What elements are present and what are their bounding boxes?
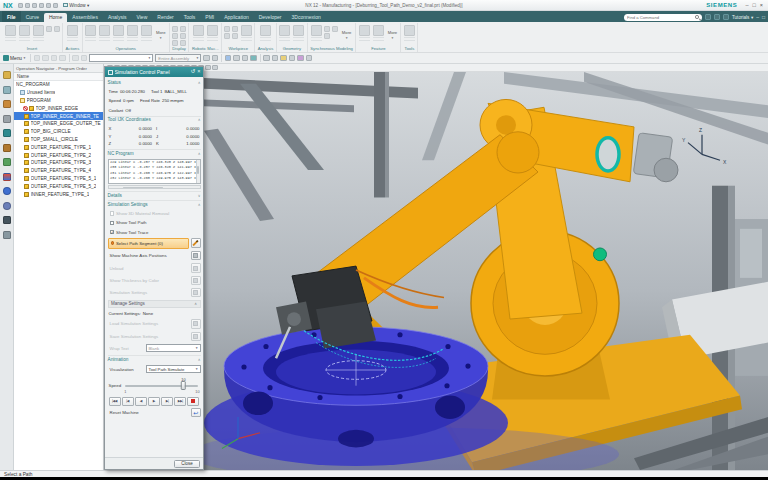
tab-analysis[interactable]: Analysis xyxy=(103,13,132,23)
command-search[interactable] xyxy=(624,14,702,21)
select-edge-icon[interactable] xyxy=(51,55,58,62)
panel-title-bar[interactable]: Simulation Control Panel ↺ × xyxy=(105,67,203,77)
show-tool-trace-checkbox[interactable]: ✓ Show Tool Trace xyxy=(108,228,201,236)
tree-item-operation[interactable]: OUTER_FEATURE_TYPE_2 xyxy=(14,151,103,159)
layer-settings-icon[interactable] xyxy=(306,55,313,62)
tree-item-operation[interactable]: TOP_SMALL_CIRCLE xyxy=(14,136,103,144)
feature-more-button[interactable]: More ▾ xyxy=(386,24,399,45)
tab-view[interactable]: View xyxy=(132,13,153,23)
select-icon[interactable] xyxy=(34,55,41,62)
tab-home[interactable]: Home xyxy=(44,13,67,23)
load-settings-row[interactable]: Load Simulation Settings xyxy=(108,319,201,330)
zoom-icon[interactable] xyxy=(233,55,240,62)
machine-tool-navigator-icon[interactable] xyxy=(3,144,11,152)
reset-machine-row[interactable]: Reset Machine ↩ xyxy=(108,407,201,418)
window-layout-icon[interactable] xyxy=(289,55,296,62)
tree-item-operation[interactable]: INNER_FEATURE_TYPE_1 xyxy=(14,190,103,198)
process-studio-icon[interactable] xyxy=(3,158,11,166)
step-forward-button[interactable]: ▶| xyxy=(161,397,173,406)
copy-icon[interactable] xyxy=(46,3,51,8)
select-path-segment-icon[interactable] xyxy=(191,238,201,248)
move-face-button[interactable] xyxy=(310,24,323,45)
highlight-icon[interactable] xyxy=(203,55,210,62)
hd3d-tools-icon[interactable] xyxy=(3,173,11,181)
show-hide-view-icon[interactable] xyxy=(205,65,211,71)
simulation-settings-row[interactable]: Simulation Settings xyxy=(108,287,201,298)
trimetric-view-icon[interactable] xyxy=(263,55,270,62)
rendering-style-icon[interactable] xyxy=(280,55,287,62)
show-workpiece-button[interactable] xyxy=(240,24,253,45)
tree-item-operation[interactable]: OUTER_FEATURE_TYPE_5_1 xyxy=(14,175,103,183)
cut-icon[interactable] xyxy=(39,3,44,8)
point-button[interactable] xyxy=(278,24,291,45)
tree-item-operation[interactable]: OUTER_FEATURE_TYPE_3 xyxy=(14,159,103,167)
slider-track[interactable] xyxy=(125,385,197,387)
alerts-icon[interactable] xyxy=(714,14,720,20)
tree-item-operation[interactable]: TOP_BIG_CIRCLE xyxy=(14,128,103,136)
create-tool-button[interactable] xyxy=(4,24,17,45)
extract-geometry-button[interactable] xyxy=(292,24,305,45)
close-panel-button[interactable]: Close xyxy=(174,460,200,468)
refresh-icon[interactable] xyxy=(705,14,711,20)
speed-slider[interactable]: 10 1 10 xyxy=(123,377,199,395)
ijk-section-header[interactable]: Tool IJK Coordinates ∧ xyxy=(108,116,201,124)
step-back-button[interactable]: |◀ xyxy=(122,397,134,406)
robot-setup-button[interactable] xyxy=(192,24,205,45)
wrap-text-dropdown[interactable]: Blank ▾ xyxy=(146,344,201,352)
panel-reset-icon[interactable]: ↺ xyxy=(191,69,196,75)
manage-settings-header[interactable]: Manage Settings ∧ xyxy=(108,300,201,308)
verify-toolpath-button[interactable] xyxy=(84,24,97,45)
show-material-removal-checkbox[interactable]: Show 3D Material Removal xyxy=(108,210,201,218)
tree-item-operation[interactable]: OUTER_FEATURE_TYPE_4 xyxy=(14,167,103,175)
user-icon[interactable] xyxy=(723,14,729,20)
select-path-segment-row[interactable]: Select Path Segment (0) xyxy=(108,238,190,249)
tree-item-operation[interactable]: TOP_INNER_EDGE xyxy=(14,104,103,112)
sync-small-buttons[interactable] xyxy=(324,24,339,39)
tree-item-operation[interactable]: OUTER_FEATURE_TYPE_1 xyxy=(14,143,103,151)
measure-button[interactable] xyxy=(259,24,272,45)
web-browser-icon[interactable] xyxy=(3,187,11,195)
feature-parameters-button[interactable] xyxy=(372,24,385,45)
save-settings-row[interactable]: Save Simulation Settings xyxy=(108,331,201,342)
tree-item-operation-selected[interactable]: TOP_INNER_EDGE_INNER_TE xyxy=(14,112,103,120)
editing-icon[interactable] xyxy=(297,55,304,62)
tab-tools[interactable]: Tools xyxy=(179,13,201,23)
create-operation-button[interactable] xyxy=(32,24,45,45)
tab-developer[interactable]: Developer xyxy=(254,13,287,23)
tab-application[interactable]: Application xyxy=(219,13,253,23)
stop-button[interactable] xyxy=(187,397,199,406)
constraint-navigator-icon[interactable] xyxy=(3,86,11,94)
play-reverse-button[interactable]: ◀ xyxy=(135,397,147,406)
tab-file[interactable]: File xyxy=(2,11,21,22)
nc-vertical-scrollbar[interactable] xyxy=(196,160,200,183)
snap-midpoint-icon[interactable] xyxy=(81,55,88,62)
name-column-header[interactable]: Name xyxy=(14,73,103,81)
restore-button[interactable]: □ xyxy=(752,2,755,8)
sync-more-button[interactable]: More ▾ xyxy=(340,24,353,45)
doc-restore-button[interactable]: □ xyxy=(762,14,765,20)
roles-icon[interactable] xyxy=(3,216,11,224)
status-section-header[interactable]: Status ∧ xyxy=(108,79,201,87)
doc-minimize-button[interactable]: – xyxy=(756,14,759,20)
tree-item-unused[interactable]: Unused Items xyxy=(14,89,103,97)
reset-machine-icon[interactable]: ↩ xyxy=(191,408,201,418)
part-cleanup-button[interactable] xyxy=(403,24,416,45)
show-tool-path-checkbox[interactable]: Show Tool Path xyxy=(108,219,201,227)
tutorials-menu[interactable]: Tutorials ▾ xyxy=(732,15,753,20)
undo-icon[interactable] xyxy=(25,3,30,8)
generate-toolpath-button[interactable] xyxy=(66,24,79,45)
select-body-icon[interactable] xyxy=(59,55,66,62)
selection-filter-combo[interactable]: ▾ xyxy=(89,54,153,62)
nc-horizontal-scrollbar[interactable] xyxy=(108,185,201,189)
tree-item-operation[interactable]: TOP_INNER_EDGE_OUTER_TE xyxy=(14,120,103,128)
visualization-dropdown[interactable]: Tool Path Simulate ▾ xyxy=(146,365,201,373)
workpiece-small-buttons[interactable] xyxy=(224,24,239,39)
tree-item-program[interactable]: PROGRAM xyxy=(14,97,103,105)
pan-icon[interactable] xyxy=(242,55,249,62)
fit-view-icon[interactable] xyxy=(225,55,232,62)
display-small-buttons[interactable] xyxy=(172,24,187,46)
layers-icon[interactable] xyxy=(212,65,218,71)
tab-render[interactable]: Render xyxy=(152,13,178,23)
animation-section-header[interactable]: Animation ∧ xyxy=(108,355,201,363)
history-icon[interactable] xyxy=(3,202,11,210)
